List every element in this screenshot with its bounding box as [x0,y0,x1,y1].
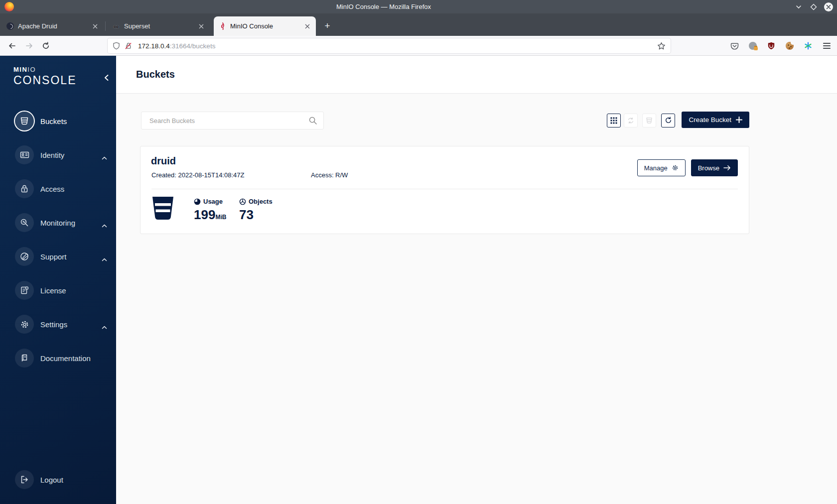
tab-apache-druid[interactable]: Apache Druid [1,16,104,36]
sidebar-item-logout[interactable]: Logout [0,468,116,492]
window-maximize-icon[interactable] [809,2,818,11]
tab-close-icon[interactable] [303,22,311,30]
gear-icon [15,315,34,334]
search-icon [308,116,317,125]
lock-insecure-icon[interactable] [125,42,132,50]
sidebar-item-label: License [40,286,66,295]
objects-metric: Objects 73 [239,198,273,221]
create-bucket-label: Create Bucket [689,116,731,124]
url-bar[interactable]: 172.18.0.4:31664/buckets [108,38,671,53]
plus-icon [736,117,742,123]
sidebar-item-support[interactable]: Support [0,245,116,268]
multi-select-button[interactable] [624,114,638,127]
sidebar-item-identity[interactable]: Identity [0,143,116,167]
sidebar-item-label: Monitoring [40,219,75,227]
arrow-right-icon [723,165,731,171]
bucket-access-label: Access: R/W [311,171,348,179]
buckets-icon [15,112,34,130]
usage-pie-icon [194,198,201,205]
chevron-up-icon[interactable] [102,221,107,230]
usage-number: 199 [194,207,215,222]
back-button[interactable] [5,39,19,53]
main-content: Buckets [116,56,837,504]
tab-label: Superset [124,22,197,30]
window-title: MinIO Console — Mozilla Firefox [0,3,767,10]
refresh-button[interactable] [661,114,675,127]
license-icon [15,281,34,300]
privacy-extension-icon[interactable] [748,41,757,50]
bookmark-star-icon[interactable] [657,42,666,50]
sidebar-collapse-icon[interactable] [102,74,110,82]
search-input[interactable] [149,117,308,125]
manage-button[interactable]: Manage [637,159,686,176]
objects-label: Objects [249,198,273,205]
sidebar-item-label: Identity [40,151,64,159]
search-box [141,112,324,129]
forward-button[interactable] [22,39,36,53]
tab-close-icon[interactable] [91,22,99,30]
tab-label: MinIO Console [230,22,303,30]
usage-metric: Usage 199MiB [194,198,226,221]
bucket-card: druid Created: 2022-08-15T14:08:47Z Acce… [140,146,749,234]
page-header: Buckets [116,56,837,94]
tab-minio-console[interactable]: MinIO Console [214,16,316,36]
brand-min: MIN [13,66,27,73]
usage-value: 199MiB [194,208,226,221]
chevron-up-icon[interactable] [102,153,107,162]
sidebar-item-access[interactable]: Access [0,177,116,201]
usage-label-row: Usage [194,198,226,205]
browse-label: Browse [698,164,719,172]
manage-label: Manage [644,164,668,172]
sidebar-item-documentation[interactable]: Documentation [0,346,116,370]
container-asterisk-icon[interactable] [804,41,813,50]
sidebar-menu: Buckets Identity Access [0,109,116,370]
sidebar: MINIO CONSOLE Buckets Identity [0,56,116,504]
objects-segments-icon [239,198,246,205]
sidebar-item-monitoring[interactable]: Monitoring [0,211,116,235]
brand-wordmark: MINIO [13,66,116,73]
objects-label-row: Objects [239,198,273,205]
identity-icon [15,145,34,164]
create-bucket-button[interactable]: Create Bucket [682,112,749,128]
page-title: Buckets [136,69,175,80]
monitoring-icon [15,213,34,232]
toolbar-extensions [730,36,831,56]
manage-gear-icon [672,164,679,171]
bucket-name-link[interactable]: druid [151,155,176,167]
sidebar-item-buckets[interactable]: Buckets [0,109,116,133]
menu-hamburger-icon[interactable] [822,41,831,50]
grid-view-button[interactable] [607,114,621,127]
sidebar-item-label: Support [40,252,67,261]
card-divider [151,189,738,189]
pocket-icon[interactable] [730,41,739,50]
sidebar-item-settings[interactable]: Settings [0,312,116,336]
sidebar-item-license[interactable]: License [0,278,116,302]
chevron-up-icon[interactable] [102,254,107,263]
url-host: 172.18.0.4 [138,42,170,50]
bucket-large-icon [151,196,175,223]
browse-button[interactable]: Browse [691,159,738,176]
tab-superset[interactable]: ∞ Superset [108,16,210,36]
support-icon [15,247,34,266]
window-minimize-icon[interactable] [794,2,803,11]
shield-icon[interactable] [113,42,120,50]
delete-buckets-button[interactable] [642,114,656,127]
minio-console-logo: MINIO CONSOLE [0,56,116,87]
window-controls [794,0,833,13]
tab-close-icon[interactable] [197,22,205,30]
new-tab-button[interactable]: + [320,18,335,33]
firefox-window: MinIO Console — Mozilla Firefox Apache D… [0,0,837,504]
ublock-origin-icon[interactable] [767,41,776,50]
tab-label: Apache Druid [18,22,91,30]
bucket-card-buttons: Manage Browse [637,159,738,176]
url-text[interactable]: 172.18.0.4:31664/buckets [138,42,215,50]
browser-toolbar: 172.18.0.4:31664/buckets [0,36,837,56]
url-path: :31664/buckets [170,42,216,50]
usage-unit: MiB [215,214,226,221]
access-icon [15,179,34,198]
chevron-up-icon[interactable] [102,322,107,331]
cookie-extension-icon[interactable] [785,41,794,50]
logout-icon [15,470,34,489]
window-close-icon[interactable] [824,2,833,11]
reload-button[interactable] [39,39,53,53]
